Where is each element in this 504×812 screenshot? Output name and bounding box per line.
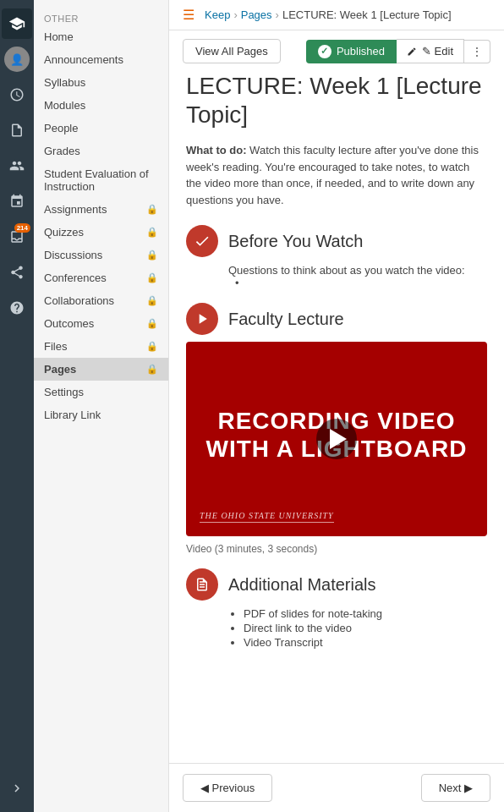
sidebar-item-conferences[interactable]: Conferences 🔒 — [34, 266, 168, 289]
collapse-icon[interactable] — [2, 773, 32, 804]
additional-materials-list: PDF of slides for note-taking Direct lin… — [228, 607, 487, 649]
what-to-do-label: What to do: — [186, 144, 246, 156]
sidebar-item-announcements[interactable]: Announcements — [34, 48, 168, 71]
sidebar-item-collaborations[interactable]: Collaborations 🔒 — [34, 289, 168, 312]
help-icon[interactable] — [2, 293, 32, 323]
doc-circle-icon — [186, 568, 218, 601]
before-you-watch-body: Questions to think about as you watch th… — [186, 264, 487, 289]
page-title: LECTURE: Week 1 [Lecture Topic] — [186, 72, 487, 129]
breadcrumb-current: LECTURE: Week 1 [Lecture Topic] — [282, 8, 452, 21]
video-duration: Video (3 minutes, 3 seconds) — [186, 543, 487, 555]
page-toolbar: View All Pages ✓ Published ✎ Edit ⋮ — [169, 30, 504, 72]
faculty-lecture-header: Faculty Lecture — [186, 303, 487, 335]
share-icon[interactable] — [2, 257, 32, 288]
list-item-transcript[interactable]: Video Transcript — [244, 636, 487, 649]
breadcrumb-keep[interactable]: Keep — [205, 8, 230, 21]
sidebar-item-quizzes[interactable]: Quizzes 🔒 — [34, 221, 168, 244]
before-you-watch-header: Before You Watch — [186, 225, 487, 257]
main-content: ☰ Keep › Pages › LECTURE: Week 1 [Lectur… — [169, 0, 504, 812]
calendar-icon[interactable] — [2, 186, 32, 217]
sidebar-item-syllabus[interactable]: Syllabus — [34, 71, 168, 94]
sidebar-item-library-link[interactable]: Library Link — [34, 403, 168, 426]
sidebar-item-discussions[interactable]: Discussions 🔒 — [34, 244, 168, 266]
inbox-badge: 214 — [14, 223, 30, 233]
lock-icon: 🔒 — [146, 250, 158, 261]
clock-icon[interactable] — [2, 80, 32, 110]
video-play-button[interactable] — [316, 419, 357, 459]
ohio-state-label: The Ohio State University — [200, 511, 334, 523]
video-thumbnail[interactable]: RECORDING VIDEO with a LIGHTBOARD The Oh… — [186, 342, 487, 536]
list-item-pdf: PDF of slides for note-taking — [244, 607, 487, 620]
footer-navigation: ◀ Previous Next ▶ — [169, 763, 504, 812]
sidebar-item-people[interactable]: People — [34, 117, 168, 140]
breadcrumb-sep1: › — [233, 8, 237, 21]
published-check-icon: ✓ — [318, 45, 331, 58]
sidebar-section-other: Other — [34, 8, 168, 25]
lock-icon: 🔒 — [146, 318, 158, 329]
lock-icon: 🔒 — [146, 272, 158, 283]
inbox-icon[interactable]: 214 — [2, 222, 32, 252]
before-you-watch-title: Before You Watch — [228, 232, 363, 251]
people-icon[interactable] — [2, 151, 32, 181]
lock-icon: 🔒 — [146, 295, 158, 306]
lock-icon: 🔒 — [146, 341, 158, 352]
breadcrumb: ☰ Keep › Pages › LECTURE: Week 1 [Lectur… — [169, 0, 504, 30]
breadcrumb-pages[interactable]: Pages — [241, 8, 272, 21]
avatar-icon[interactable]: 👤 — [2, 44, 32, 74]
view-all-pages-button[interactable]: View All Pages — [183, 39, 281, 63]
faculty-lecture-title: Faculty Lecture — [228, 310, 344, 329]
play-circle-icon — [186, 303, 218, 335]
page-body: LECTURE: Week 1 [Lecture Topic] What to … — [169, 72, 504, 763]
sidebar-item-home[interactable]: Home — [34, 25, 168, 48]
lock-icon: 🔒 — [146, 364, 158, 375]
sidebar-item-modules[interactable]: Modules — [34, 94, 168, 117]
intro-text: What to do: Watch this faculty lecture a… — [186, 142, 487, 208]
grad-cap-icon[interactable] — [2, 8, 32, 39]
play-triangle-icon — [330, 429, 347, 449]
next-button[interactable]: Next ▶ — [421, 774, 490, 802]
edit-button[interactable]: ✎ Edit — [397, 39, 464, 63]
previous-button[interactable]: ◀ Previous — [183, 774, 272, 802]
sidebar-item-outcomes[interactable]: Outcomes 🔒 — [34, 312, 168, 335]
list-item-video-link[interactable]: Direct link to the video — [244, 622, 487, 634]
sidebar-item-files[interactable]: Files 🔒 — [34, 335, 168, 358]
sidebar-item-grades[interactable]: Grades — [34, 140, 168, 162]
sidebar-item-student-eval[interactable]: Student Evaluation of Instruction — [34, 162, 168, 198]
lock-icon: 🔒 — [146, 227, 158, 238]
lock-icon: 🔒 — [146, 204, 158, 215]
published-button[interactable]: ✓ Published — [306, 40, 397, 63]
sidebar-item-settings[interactable]: Settings — [34, 381, 168, 403]
sidebar-item-assignments[interactable]: Assignments 🔒 — [34, 198, 168, 221]
additional-materials-body: PDF of slides for note-taking Direct lin… — [186, 607, 487, 649]
doc-icon[interactable] — [2, 115, 32, 145]
additional-materials-header: Additional Materials — [186, 568, 487, 601]
more-options-button[interactable]: ⋮ — [464, 40, 490, 63]
before-watch-bullet — [228, 277, 487, 289]
sidebar: Other Home Announcements Syllabus Module… — [34, 0, 169, 812]
hamburger-icon[interactable]: ☰ — [183, 7, 194, 23]
additional-materials-title: Additional Materials — [228, 575, 376, 595]
left-rail: 👤 214 — [0, 0, 34, 812]
check-circle-icon — [186, 225, 218, 257]
breadcrumb-sep2: › — [276, 8, 279, 21]
sidebar-item-pages[interactable]: Pages 🔒 — [34, 358, 168, 381]
